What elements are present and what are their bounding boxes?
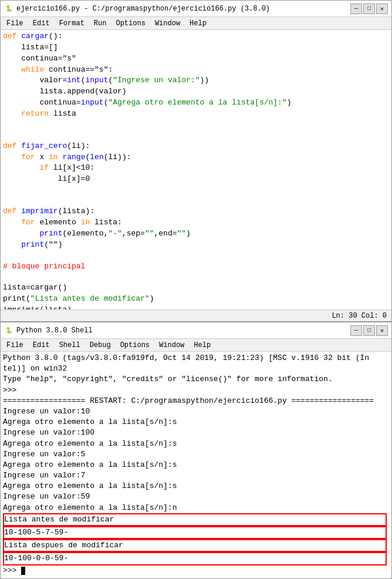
code-line: continua=input("Agrega otro elemento a l… [3,97,389,109]
editor-menu-format[interactable]: Format [55,18,89,29]
shell-line: Agrega otro elemento a la lista[s/n]:s [3,417,389,427]
editor-menu-window[interactable]: Window [150,18,185,29]
code-line [3,272,389,282]
shell-menu-shell[interactable]: Shell [55,340,85,351]
shell-menu-options[interactable]: Options [116,340,154,351]
shell-title-left: 🐍 Python 3.8.0 Shell [4,326,93,335]
shell-controls: — □ ✕ [350,325,388,336]
shell-line: Ingrese un valor:10 [3,406,389,417]
shell-title-text: Python 3.8.0 Shell [16,326,93,335]
shell-title-bar: 🐍 Python 3.8.0 Shell — □ ✕ [1,322,391,339]
code-line: lista=cargar() [3,282,389,294]
code-line: def cargar(): [3,31,389,42]
code-line: print("Lista antes de modificar") [3,294,389,305]
shell-line: Ingrese un valor:59 [3,492,389,502]
shell-window: 🐍 Python 3.8.0 Shell — □ ✕ File Edit She… [0,322,392,579]
code-editor[interactable]: def cargar(): lista=[] continua="s" whil… [1,30,391,309]
shell-line: >>> [3,385,389,396]
code-line: continua="s" [3,53,389,65]
shell-line: Agrega otro elemento a la lista[s/n]:s [3,439,389,449]
code-line: valor=int(input("Ingrese un valor:")) [3,75,389,86]
shell-menu-help[interactable]: Help [189,340,215,351]
shell-line: 10-100-0-0-59- [3,552,387,565]
shell-menu-bar: File Edit Shell Debug Options Window Hel… [1,339,391,352]
shell-line: ================== RESTART: C:/programas… [3,396,389,406]
editor-close-button[interactable]: ✕ [376,4,388,14]
shell-line: Agrega otro elemento a la lista[s/n]:n [3,503,389,513]
code-line: return lista [3,109,389,120]
shell-icon: 🐍 [4,326,13,335]
shell-menu-edit[interactable]: Edit [28,340,55,351]
editor-status-bar: Ln: 30 Col: 0 [1,309,391,321]
editor-minimize-button[interactable]: — [350,4,362,14]
shell-line: Type "help", "copyright", "credits" or "… [3,374,389,385]
code-line: lista=[] [3,42,389,53]
editor-status-text: Ln: 30 Col: 0 [332,312,387,320]
editor-maximize-button[interactable]: □ [363,4,375,14]
code-line: if li[x]<10: [3,163,389,174]
shell-menu-window[interactable]: Window [154,340,189,351]
code-line [3,185,389,196]
shell-line: Agrega otro elemento a la lista[s/n]:s [3,460,389,470]
shell-line: Python 3.8.0 (tags/v3.8.0:fa919fd, Oct 1… [3,353,389,363]
shell-minimize-button[interactable]: — [350,325,362,336]
code-line: imprimir(lista) [3,305,389,309]
editor-title-text: ejercicio166.py - C:/programaspython/eje… [16,5,270,13]
code-line: # bloque principal [3,261,389,272]
shell-line: Lista antes de modificar [3,513,387,526]
code-line: while continua=="s": [3,65,389,76]
code-line: print("") [3,240,389,251]
editor-window: 🐍 ejercicio166.py - C:/programaspython/e… [0,0,392,322]
code-line: for elemento in lista: [3,217,389,228]
code-line: print(elemento,"-",sep="",end="") [3,228,389,240]
editor-menu-bar: File Edit Format Run Options Window Help [1,17,391,30]
shell-menu-file[interactable]: File [2,340,28,351]
editor-menu-file[interactable]: File [2,18,28,29]
editor-menu-options[interactable]: Options [111,18,150,29]
shell-line: tel)] on win32 [3,363,389,374]
editor-menu-edit[interactable]: Edit [28,18,55,29]
editor-controls: — □ ✕ [350,4,388,14]
editor-menu-run[interactable]: Run [89,18,111,29]
code-line: li[x]=0 [3,174,389,185]
shell-line: 10-100-5-7-59- [3,526,387,539]
editor-icon: 🐍 [4,4,13,14]
editor-title-left: 🐍 ejercicio166.py - C:/programaspython/e… [4,4,270,14]
code-line: for x in range(len(li)): [3,152,389,163]
shell-maximize-button[interactable]: □ [363,325,375,336]
code-line: def imprimir(lista): [3,206,389,217]
shell-line: Ingrese un valor:5 [3,449,389,460]
shell-line: Lista despues de modificar [3,539,387,552]
shell-menu-debug[interactable]: Debug [85,340,116,351]
shell-line: Ingrese un valor:100 [3,427,389,438]
editor-menu-help[interactable]: Help [185,18,211,29]
code-line [3,196,389,206]
shell-line: >>> [3,565,389,576]
shell-output[interactable]: Python 3.8.0 (tags/v3.8.0:fa919fd, Oct 1… [1,352,391,578]
code-line [3,120,389,130]
editor-title-bar: 🐍 ejercicio166.py - C:/programaspython/e… [1,1,391,17]
code-line [3,251,389,261]
code-line: lista.append(valor) [3,86,389,97]
code-line: def fijar_cero(li): [3,141,389,152]
shell-line: Agrega otro elemento a la lista[s/n]:s [3,481,389,492]
shell-close-button[interactable]: ✕ [376,325,388,336]
code-line [3,130,389,141]
shell-line: Ingrese un valor:7 [3,470,389,481]
